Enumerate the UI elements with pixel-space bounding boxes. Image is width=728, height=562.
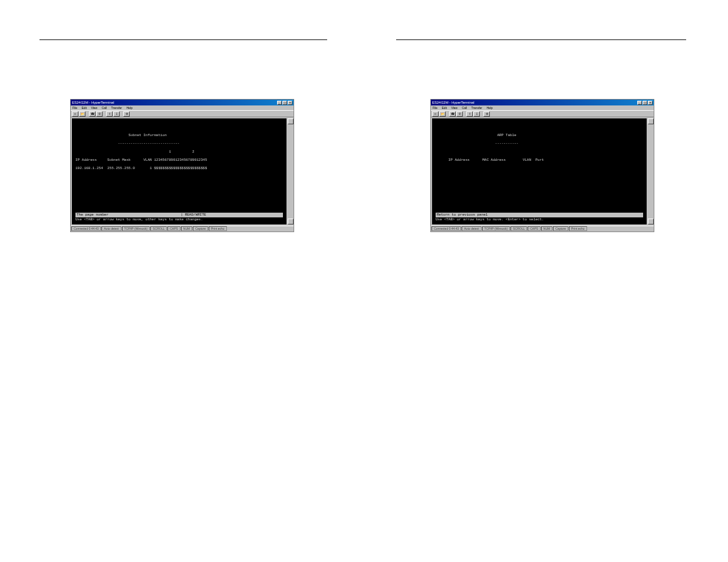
- terminal-area: ARP Table ----------- IP Address MAC Add…: [431, 117, 654, 226]
- toolbar: □ 📂 ☎ ✆ ⇧ ⇩ ⚙: [71, 110, 294, 117]
- minimize-button[interactable]: _: [277, 101, 282, 105]
- terminal-area: Subnet Information ---------------------…: [71, 117, 294, 226]
- menu-file[interactable]: File: [73, 106, 77, 110]
- receive-icon[interactable]: ⇩: [473, 111, 480, 117]
- status-capture: Capture: [193, 226, 208, 231]
- receive-icon[interactable]: ⇩: [113, 111, 120, 117]
- disconnect-icon[interactable]: ✆: [96, 111, 103, 117]
- close-button[interactable]: ×: [288, 101, 292, 105]
- menu-call[interactable]: Call: [102, 106, 107, 110]
- menu-edit[interactable]: Edit: [442, 106, 447, 110]
- terminal-status-line: Return to previous panel: [436, 213, 643, 217]
- hyperterminal-window-arp: ES24G2M - HyperTerminal _ □ × File Edit …: [430, 99, 654, 232]
- status-printecho: Print echo: [569, 226, 587, 231]
- menu-bar: File Edit View Call Transfer Help: [431, 105, 654, 110]
- status-scroll: SCROLL: [510, 226, 527, 231]
- status-num: NUM: [181, 226, 192, 231]
- menu-view[interactable]: View: [91, 106, 97, 110]
- status-left: The page number: [77, 213, 108, 217]
- new-icon[interactable]: □: [72, 111, 78, 117]
- menu-view[interactable]: View: [451, 106, 457, 110]
- status-num: NUM: [541, 226, 552, 231]
- window-titlebar[interactable]: ES24G2M - HyperTerminal _ □ ×: [71, 100, 294, 105]
- screen-underline: -----------: [495, 141, 519, 146]
- send-icon[interactable]: ⇧: [466, 111, 473, 117]
- status-caps: CAPS: [528, 226, 541, 231]
- menu-transfer[interactable]: Transfer: [111, 106, 122, 110]
- status-detect: Auto detect: [462, 226, 481, 231]
- vertical-scrollbar[interactable]: [648, 118, 653, 224]
- right-column: ES24G2M - HyperTerminal _ □ × File Edit …: [396, 35, 691, 232]
- window-titlebar[interactable]: ES24G2M - HyperTerminal _ □ ×: [431, 100, 654, 105]
- connect-icon[interactable]: ☎: [89, 111, 95, 117]
- menu-bar: File Edit View Call Transfer Help: [71, 105, 294, 110]
- terminal-arp[interactable]: ARP Table ----------- IP Address MAC Add…: [432, 118, 647, 224]
- status-protocol: TCP/IP (Winsock): [482, 226, 510, 231]
- screen-title: Subnet Information: [129, 133, 167, 137]
- status-bar: Connected 0:44:43 Auto detect TCP/IP (Wi…: [431, 226, 654, 232]
- window-controls: _ □ ×: [277, 101, 292, 105]
- status-detect: Auto detect: [101, 226, 121, 231]
- hyperterminal-window-subnet: ES24G2M - HyperTerminal _ □ × File Edit …: [70, 99, 294, 232]
- vertical-scrollbar[interactable]: [288, 118, 292, 224]
- new-icon[interactable]: □: [432, 111, 439, 117]
- status-protocol: TCP/IP (Winsock): [122, 226, 150, 231]
- page: ES24G2M - HyperTerminal _ □ × File Edit …: [0, 0, 728, 562]
- header-columns: IP Address MAC Address VLAN Port: [449, 158, 544, 162]
- status-right: | READ/WRITE: [180, 213, 206, 217]
- maximize-button[interactable]: □: [282, 101, 287, 105]
- maximize-button[interactable]: □: [643, 101, 647, 105]
- window-controls: _ □ ×: [637, 101, 653, 105]
- header-columns: IP Address Subnet Mask VLAN 123456789012…: [75, 158, 283, 162]
- screen-underline: -----------------------------: [118, 141, 179, 146]
- header-numbers: 1 2: [75, 150, 283, 154]
- disconnect-icon[interactable]: ✆: [456, 111, 463, 117]
- properties-icon[interactable]: ⚙: [483, 111, 490, 117]
- menu-transfer[interactable]: Transfer: [472, 106, 482, 110]
- status-bar: Connected 0:44:43 Auto detect TCP/IP (Wi…: [71, 226, 294, 232]
- menu-help[interactable]: Help: [126, 106, 132, 110]
- status-printecho: Print echo: [209, 226, 227, 231]
- menu-help[interactable]: Help: [486, 106, 492, 110]
- terminal-subnet[interactable]: Subnet Information ---------------------…: [72, 118, 286, 224]
- open-icon[interactable]: 📂: [439, 111, 446, 117]
- menu-file[interactable]: File: [433, 106, 437, 110]
- screen-title: ARP Table: [497, 133, 516, 137]
- status-connected: Connected 0:44:43: [431, 226, 461, 231]
- status-scroll: SCROLL: [150, 226, 167, 231]
- minimize-button[interactable]: _: [637, 101, 642, 105]
- terminal-help-line: Use <TAB> or arrow keys to move, other k…: [75, 217, 283, 222]
- status-connected: Connected 0:44:43: [71, 226, 101, 231]
- open-icon[interactable]: 📂: [79, 111, 85, 117]
- terminal-help-line: Use <TAB> or arrow keys to move. <Enter>…: [436, 217, 643, 222]
- data-row: 192.168.1.254 255.255.255.0 1 $$$$$$$$$$…: [75, 166, 283, 170]
- toolbar: □ 📂 ☎ ✆ ⇧ ⇩ ⚙: [431, 110, 654, 117]
- status-capture: Capture: [553, 226, 568, 231]
- left-column: ES24G2M - HyperTerminal _ □ × File Edit …: [39, 35, 334, 232]
- status-caps: CAPS: [167, 226, 180, 231]
- properties-icon[interactable]: ⚙: [123, 111, 130, 117]
- close-button[interactable]: ×: [648, 101, 653, 105]
- menu-edit[interactable]: Edit: [81, 106, 87, 110]
- window-title: ES24G2M - HyperTerminal: [432, 100, 475, 105]
- connect-icon[interactable]: ☎: [449, 111, 456, 117]
- window-title: ES24G2M - HyperTerminal: [72, 100, 114, 105]
- menu-call[interactable]: Call: [462, 106, 467, 110]
- send-icon[interactable]: ⇧: [106, 111, 113, 117]
- terminal-status-line: The page number | READ/WRITE: [75, 213, 283, 217]
